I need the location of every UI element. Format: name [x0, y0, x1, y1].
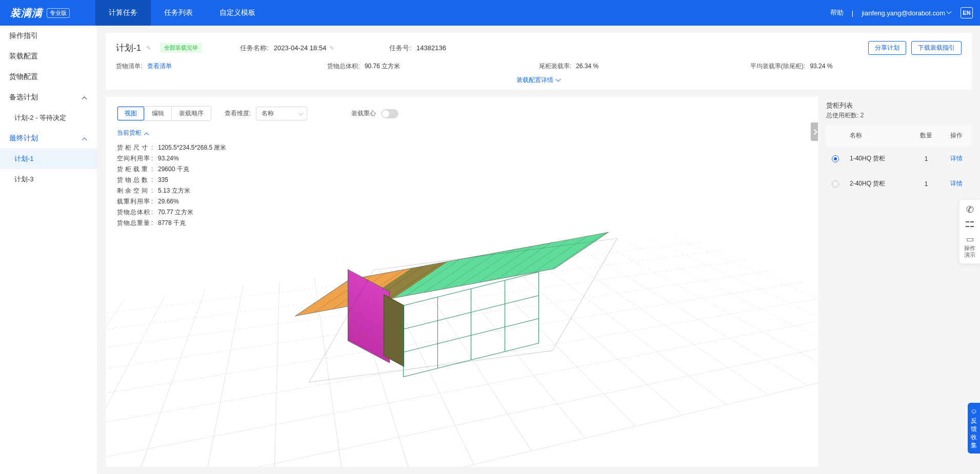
loading-config-details-toggle[interactable]: 装载配置详情	[116, 71, 962, 85]
qr-icon	[966, 220, 974, 229]
sidebar-group-candidate-plans[interactable]: 备选计划	[0, 87, 97, 108]
floating-tool-dock: 操作 演示	[959, 199, 980, 264]
demo-guide-label: 操作 演示	[964, 245, 975, 258]
edit-icon[interactable]	[146, 45, 153, 51]
edit-icon[interactable]	[329, 45, 336, 51]
qr-code-button[interactable]	[963, 220, 977, 229]
chevron-down-icon	[947, 11, 952, 14]
task-name-label: 任务名称:	[240, 44, 269, 53]
col-qty: 数量	[911, 125, 941, 146]
contact-phone-button[interactable]	[963, 205, 977, 214]
smile-icon	[970, 407, 978, 415]
feedback-label: 反馈收集	[971, 417, 977, 449]
viewer-panel: 视图 编辑 装载顺序 查看维度: 名称 装载重心	[106, 97, 818, 467]
total-volume-label: 货物总体积:	[327, 63, 359, 70]
task-id-label: 任务号:	[389, 44, 411, 53]
tab-edit[interactable]: 编辑	[144, 107, 171, 120]
sidebar-item-guide[interactable]: 操作指引	[0, 26, 97, 46]
nav-custom-template[interactable]: 自定义模板	[206, 0, 269, 26]
center-of-gravity-label: 装载重心	[351, 109, 376, 118]
chevron-up-icon	[83, 137, 88, 140]
col-name: 名称	[845, 125, 911, 146]
row-qty: 1	[911, 146, 941, 171]
row-qty: 1	[911, 171, 941, 196]
logo-badge: 专业版	[47, 8, 70, 18]
dimension-label: 查看维度:	[225, 109, 251, 118]
logo-text: 装满满	[10, 6, 43, 20]
sidebar-item-plan-3[interactable]: 计划-3	[0, 169, 97, 190]
sidebar-item-cargo-config[interactable]: 货物配置	[0, 67, 97, 87]
sidebar-item-plan-1[interactable]: 计划-1	[0, 149, 97, 169]
header-right: 帮助 | jianfeng.yang@dorabot.com EN	[830, 7, 973, 18]
col-op: 操作	[942, 125, 972, 146]
avg-rate-value: 93.24 %	[810, 63, 832, 70]
share-plan-button[interactable]: 分享计划	[868, 41, 906, 55]
row-name: 1-40HQ 货柜	[845, 146, 911, 171]
chevron-up-icon	[83, 96, 88, 99]
total-volume-value: 90.76 立方米	[365, 63, 400, 70]
status-badge: 全部装载完毕	[160, 43, 202, 53]
row-radio[interactable]	[832, 155, 839, 162]
download-guide-button[interactable]: 下载装载指引	[911, 41, 962, 55]
plan-info-card: 计划-1 全部装载完毕 任务名称: 2023-04-24 18:54 任务号: …	[106, 33, 972, 90]
sidebar-item-plan-2[interactable]: 计划-2 - 等待决定	[0, 108, 97, 128]
view-mode-segment: 视图 编辑 装载顺序	[117, 106, 211, 121]
view-manifest-link[interactable]: 查看清单	[147, 63, 172, 70]
avg-rate-label: 平均装载率(除尾柜):	[750, 63, 805, 70]
sidebar-item-loading-config[interactable]: 装载配置	[0, 46, 97, 67]
user-email: jianfeng.yang@dorabot.com	[862, 9, 945, 17]
table-row: 1-40HQ 货柜 1 详情	[826, 146, 972, 171]
top-nav: 计算任务 任务列表 自定义模板	[95, 0, 269, 26]
sidebar-group-final-plans[interactable]: 最终计划	[0, 128, 97, 149]
phone-icon	[965, 205, 974, 214]
total-containers-label: 总使用柜数:	[826, 112, 858, 119]
sidebar: 操作指引 装载配置 货物配置 备选计划 计划-2 - 等待决定 最终计划 计划-…	[0, 26, 97, 474]
nav-task-list[interactable]: 任务列表	[151, 0, 206, 26]
tail-rate-label: 尾柜装载率:	[539, 63, 571, 70]
app-header: 装满满 专业版 计算任务 任务列表 自定义模板 帮助 | jianfeng.ya…	[0, 0, 980, 26]
feedback-tab[interactable]: 反馈收集	[968, 403, 980, 454]
chevron-up-icon	[145, 132, 150, 135]
header-divider: |	[852, 9, 853, 17]
help-link[interactable]: 帮助	[830, 8, 844, 17]
current-container-toggle[interactable]: 当前货柜	[117, 129, 150, 137]
total-containers-value: 2	[861, 112, 864, 119]
book-icon	[965, 235, 974, 244]
task-id-value: 14382136	[416, 44, 446, 52]
container-list-title: 货柜列表	[826, 101, 972, 110]
tab-loading-order[interactable]: 装载顺序	[171, 107, 211, 120]
sidebar-group-label: 最终计划	[9, 134, 38, 143]
chevron-down-icon	[556, 79, 562, 82]
collapse-right-panel-handle[interactable]	[811, 122, 818, 141]
dimension-select[interactable]: 名称	[256, 107, 307, 120]
logo: 装满满 专业版	[10, 6, 70, 20]
nav-compute-task[interactable]: 计算任务	[95, 0, 151, 26]
manifest-label: 货物清单:	[116, 63, 142, 70]
sidebar-group-label: 备选计划	[9, 93, 38, 102]
center-of-gravity-switch[interactable]	[381, 109, 398, 118]
container-stats: 货柜尺寸1205.5*234.5*268.5 厘米 空间利用率93.24% 货柜…	[117, 142, 807, 229]
language-toggle[interactable]: EN	[961, 7, 973, 18]
plan-name: 计划-1	[116, 42, 141, 54]
tail-rate-value: 26.34 %	[576, 63, 598, 70]
table-row: 2-40HQ 货柜 1 详情	[826, 171, 972, 196]
row-details-link[interactable]: 详情	[950, 180, 963, 187]
row-radio[interactable]	[832, 180, 839, 188]
demo-guide-button[interactable]: 操作 演示	[963, 235, 977, 258]
tab-view[interactable]: 视图	[117, 107, 144, 120]
row-name: 2-40HQ 货柜	[845, 171, 911, 196]
container-list-panel: 货柜列表 总使用柜数: 2 名称 数量 操作 1-40HQ	[818, 97, 972, 467]
row-details-link[interactable]: 详情	[950, 155, 963, 162]
user-menu[interactable]: jianfeng.yang@dorabot.com	[862, 9, 952, 17]
task-name-value: 2023-04-24 18:54	[274, 44, 327, 52]
